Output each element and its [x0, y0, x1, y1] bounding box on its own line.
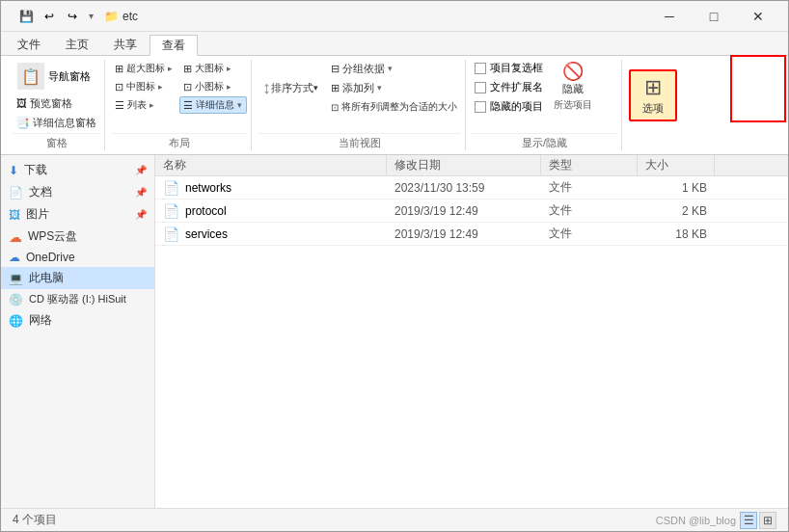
checkbox-items-check[interactable]: 项目复选框	[472, 60, 546, 76]
file-icon-networks: 📄	[163, 180, 179, 196]
addcol-icon: ⊞	[331, 82, 340, 94]
nav-pane-icon: 📋	[17, 63, 44, 90]
ribbon: 文件 主页 共享 查看 📋 导航窗格 🖼 预览窗格	[1, 32, 788, 155]
sidebar-item-cd[interactable]: 💿 CD 驱动器 (I:) HiSuit	[1, 289, 154, 309]
docs-icon: 📄	[9, 186, 23, 200]
pane-group-content: 📋 导航窗格 🖼 预览窗格 📑 详细信息窗格	[13, 60, 100, 131]
options-content: ⊞ 选项	[628, 60, 678, 131]
minimize-button[interactable]: ─	[647, 1, 692, 32]
title-bar: 💾 ↩ ↪ ▾ 📁 etc ─ □ ✕	[1, 1, 788, 32]
list-view-toggle[interactable]: ☰	[740, 512, 757, 529]
detail-pane-button[interactable]: 📑 详细信息窗格	[13, 114, 100, 131]
detail-layout-icon: ☰	[183, 99, 193, 112]
col-header-size[interactable]: 大小	[638, 155, 715, 175]
list-btn[interactable]: ☰ 列表 ▸	[111, 96, 178, 114]
xlarge-icon: ⊞	[115, 63, 123, 75]
tab-view[interactable]: 查看	[150, 35, 198, 56]
checkbox-items-cb	[475, 63, 486, 74]
file-icon-protocol: 📄	[163, 203, 179, 219]
fit-column-button[interactable]: ⊡ 将所有列调整为合适的大小	[327, 98, 461, 116]
show-hide-content: 项目复选框 文件扩展名 隐藏的项目 🚫	[472, 60, 617, 131]
file-list-header: 名称 修改日期 类型 大小	[155, 155, 788, 176]
file-row-protocol[interactable]: 📄 protocol 2019/3/19 12:49 文件 2 KB	[155, 200, 788, 223]
view-group-label: 当前视图	[258, 133, 461, 150]
status-right: CSDN @lib_blog ☰ ⊞	[656, 512, 776, 529]
nav-pane-button[interactable]: 📋 导航窗格	[13, 60, 95, 93]
ribbon-content: 📋 导航窗格 🖼 预览窗格 📑 详细信息窗格 窗格	[1, 55, 788, 154]
item-count: 4 个项目	[13, 512, 57, 528]
hide-icon: 🚫	[562, 61, 584, 82]
pin-icon-0: 📌	[135, 165, 147, 175]
fitcol-icon: ⊡	[331, 102, 339, 113]
qa-dropdown[interactable]: ▾	[86, 10, 96, 22]
sidebar-item-wps[interactable]: ☁ WPS云盘	[1, 226, 154, 248]
medium-icon-btn[interactable]: ⊡ 中图标 ▸	[111, 78, 178, 95]
add-column-button[interactable]: ⊞ 添加列 ▾	[327, 79, 461, 96]
file-size-services: 18 KB	[638, 223, 715, 245]
xlarge-icon-btn[interactable]: ⊞ 超大图标 ▸	[111, 60, 178, 77]
show-hide-group-label: 显示/隐藏	[472, 133, 617, 150]
large-icon-btn[interactable]: ⊞ 大图标 ▸	[179, 60, 247, 77]
file-type-protocol: 文件	[541, 200, 638, 222]
sidebar-item-network[interactable]: 🌐 网络	[1, 309, 154, 332]
file-row-services[interactable]: 📄 services 2019/3/19 12:49 文件 18 KB	[155, 223, 788, 246]
detail-btn[interactable]: ☰ 详细信息 ▾	[179, 96, 247, 114]
sidebar: ⬇ 下载 📌 📄 文档 📌 🖼 图片 📌 ☁ WPS云盘 ☁ OneDrive	[1, 155, 155, 508]
redo-btn[interactable]: ↪	[63, 7, 82, 26]
col-header-name[interactable]: 名称	[155, 155, 387, 175]
sidebar-item-thispc[interactable]: 💻 此电脑	[1, 267, 154, 289]
file-date-services: 2019/3/19 12:49	[387, 223, 541, 245]
extensions-cb	[475, 82, 486, 93]
ribbon-group-pane: 📋 导航窗格 🖼 预览窗格 📑 详细信息窗格 窗格	[9, 60, 105, 150]
grid-view-toggle[interactable]: ⊞	[759, 512, 776, 529]
cd-icon: 💿	[9, 293, 23, 306]
hidden-items-check[interactable]: 隐藏的项目	[472, 98, 546, 115]
medium-icon: ⊡	[115, 81, 123, 93]
small-icon-btn[interactable]: ⊡ 小图标 ▸	[179, 78, 247, 95]
ribbon-group-show-hide: 项目复选框 文件扩展名 隐藏的项目 🚫	[468, 60, 622, 150]
file-name-services: 📄 services	[155, 223, 387, 245]
extensions-check[interactable]: 文件扩展名	[472, 79, 546, 95]
pane-group-label: 窗格	[13, 133, 100, 150]
sidebar-item-onedrive[interactable]: ☁ OneDrive	[1, 248, 154, 267]
file-name-protocol: 📄 protocol	[155, 200, 387, 222]
file-list: 📄 networks 2023/11/30 13:59 文件 1 KB	[155, 176, 788, 508]
hide-button[interactable]: 🚫 隐藏	[554, 60, 592, 96]
undo-btn[interactable]: ↩	[40, 7, 59, 26]
onedrive-icon: ☁	[9, 251, 20, 264]
watermark: CSDN @lib_blog	[656, 515, 736, 526]
folder-icon: 📁	[104, 10, 119, 23]
detail-icon: 📑	[16, 117, 30, 129]
col-header-type[interactable]: 类型	[541, 155, 638, 175]
tab-home[interactable]: 主页	[53, 34, 101, 55]
options-button[interactable]: ⊞ 选项	[629, 69, 677, 121]
view-group-content: ↕ 排序方式 ▾ ⊟ 分组依据 ▾ ⊞ 添	[258, 60, 461, 131]
quick-access-toolbar: 💾 ↩ ↪ ▾	[9, 7, 104, 26]
tab-share[interactable]: 共享	[101, 34, 150, 55]
file-name-networks: 📄 networks	[155, 176, 387, 199]
preview-icon: 🖼	[16, 97, 27, 109]
file-row-networks[interactable]: 📄 networks 2023/11/30 13:59 文件 1 KB	[155, 176, 788, 200]
layout-group-content: ⊞ 超大图标 ▸ ⊞ 大图标 ▸ ⊡ 中图标 ▸ ⊡	[111, 60, 247, 131]
window-title: etc	[122, 10, 647, 23]
preview-pane-button[interactable]: 🖼 预览窗格	[13, 94, 80, 112]
nav-pane-label: 导航窗格	[48, 69, 91, 84]
sidebar-item-docs[interactable]: 📄 文档 📌	[1, 181, 154, 203]
group-by-button[interactable]: ⊟ 分组依据 ▾	[327, 60, 461, 77]
view-toggle: ☰ ⊞	[740, 512, 776, 529]
pin-icon-2: 📌	[135, 209, 147, 220]
sort-button[interactable]: ↕ 排序方式 ▾	[258, 75, 323, 101]
maximize-button[interactable]: □	[692, 1, 736, 32]
group-icon: ⊟	[331, 63, 340, 75]
tab-file[interactable]: 文件	[5, 34, 53, 55]
list-icon: ☰	[115, 99, 124, 112]
ribbon-group-options: ⊞ 选项 选项	[624, 60, 682, 150]
close-button[interactable]: ✕	[736, 1, 780, 32]
hidden-items-cb	[475, 101, 486, 113]
sidebar-item-download[interactable]: ⬇ 下载 📌	[1, 159, 154, 181]
ribbon-group-layout: ⊞ 超大图标 ▸ ⊞ 大图标 ▸ ⊡ 中图标 ▸ ⊡	[107, 60, 252, 150]
save-btn[interactable]: 💾	[16, 7, 36, 26]
col-header-date[interactable]: 修改日期	[387, 155, 541, 175]
sidebar-item-pictures[interactable]: 🖼 图片 📌	[1, 203, 154, 226]
pin-icon-1: 📌	[135, 187, 147, 198]
